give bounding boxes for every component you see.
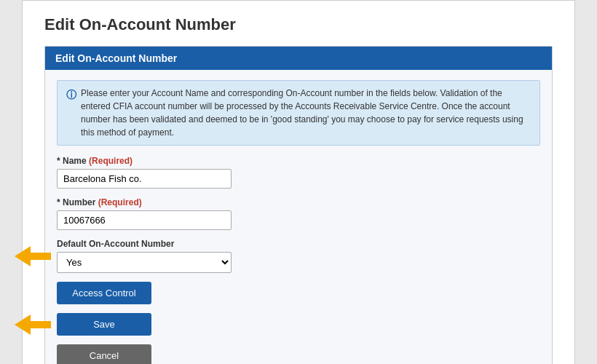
svg-marker-0	[15, 246, 51, 266]
edit-card: Edit On-Account Number ⓘ Please enter yo…	[44, 46, 553, 364]
card-body: ⓘ Please enter your Account Name and cor…	[45, 70, 552, 364]
cancel-button[interactable]: Cancel	[57, 344, 151, 364]
default-select[interactable]: Yes No	[57, 252, 232, 273]
access-control-group: Access Control	[57, 282, 540, 304]
cancel-group: Cancel	[57, 344, 540, 364]
main-container: Edit On-Account Number Edit On-Account N…	[22, 0, 575, 364]
number-input[interactable]	[57, 210, 232, 230]
arrow-left-2	[15, 314, 51, 335]
svg-marker-1	[15, 314, 51, 335]
save-button[interactable]: Save	[57, 313, 151, 336]
page-title: Edit On-Account Number	[44, 15, 553, 34]
name-input[interactable]	[57, 169, 232, 189]
number-group: * Number (Required)	[57, 197, 540, 230]
info-icon: ⓘ	[66, 87, 76, 139]
default-label: Default On-Account Number	[57, 239, 540, 249]
arrow-left-1	[15, 246, 51, 266]
card-header: Edit On-Account Number	[45, 47, 552, 70]
name-label: * Name (Required)	[57, 156, 540, 166]
info-text: Please enter your Account Name and corre…	[81, 87, 531, 139]
info-box: ⓘ Please enter your Account Name and cor…	[57, 80, 540, 146]
name-group: * Name (Required)	[57, 156, 540, 189]
save-group: Save	[57, 313, 540, 336]
number-label: * Number (Required)	[57, 197, 540, 207]
default-group: Default On-Account Number Yes No	[57, 239, 540, 273]
name-required: (Required)	[89, 156, 133, 166]
number-required: (Required)	[98, 197, 142, 207]
access-control-button[interactable]: Access Control	[57, 282, 151, 304]
